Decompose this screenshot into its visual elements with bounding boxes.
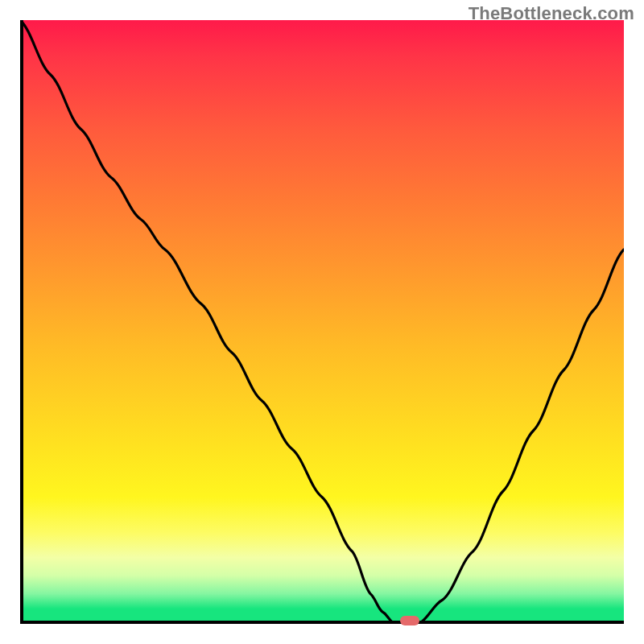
watermark-text: TheBottleneck.com xyxy=(469,3,634,24)
bottleneck-chart: TheBottleneck.com xyxy=(0,0,644,644)
bottleneck-curve xyxy=(20,20,624,624)
optimal-point-marker xyxy=(400,616,419,625)
